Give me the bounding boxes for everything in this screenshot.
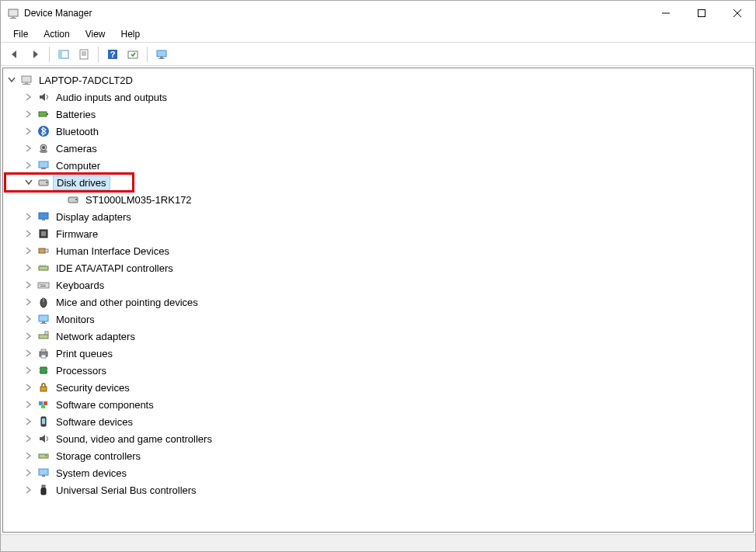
svg-rect-34 xyxy=(39,213,48,219)
tree-root-node[interactable]: LAPTOP-7ADCLT2D xyxy=(3,71,753,89)
tree-item-usb[interactable]: Universal Serial Bus controllers xyxy=(3,481,753,498)
svg-rect-21 xyxy=(23,84,30,85)
tree-item-disk-child[interactable]: ST1000LM035-1RK172 xyxy=(3,191,753,208)
svg-rect-68 xyxy=(41,404,45,408)
network-icon xyxy=(37,329,51,343)
chevron-right-icon[interactable] xyxy=(23,399,34,410)
chevron-right-icon[interactable] xyxy=(23,245,34,256)
tree-item-keyboards[interactable]: Keyboards xyxy=(3,276,753,293)
chevron-right-icon[interactable] xyxy=(23,143,34,154)
help-button[interactable]: ? xyxy=(103,45,122,64)
processor-icon xyxy=(37,363,51,377)
chevron-right-icon[interactable] xyxy=(23,314,34,325)
chevron-down-icon[interactable] xyxy=(23,177,34,188)
tree-item-sound[interactable]: Sound, video and game controllers xyxy=(3,430,753,447)
tree-item-label: Software devices xyxy=(53,415,136,429)
menu-view[interactable]: View xyxy=(78,27,113,41)
svg-rect-73 xyxy=(39,469,48,475)
forward-button[interactable] xyxy=(26,45,44,64)
title-bar: Device Manager xyxy=(1,1,755,26)
show-hide-tree-button[interactable] xyxy=(54,45,73,64)
tree-item-system[interactable]: System devices xyxy=(3,464,753,481)
tree-item-mice[interactable]: Mice and other pointing devices xyxy=(3,293,753,311)
tree-root-label: LAPTOP-7ADCLT2D xyxy=(36,74,136,87)
tree-item-label: ST1000LM035-1RK172 xyxy=(82,193,195,207)
chevron-down-icon[interactable] xyxy=(6,75,17,85)
chevron-right-icon[interactable] xyxy=(23,348,34,359)
tree-item-monitors[interactable]: Monitors xyxy=(3,311,753,328)
device-tree[interactable]: LAPTOP-7ADCLT2D Audio inputs and outputs… xyxy=(2,68,754,533)
svg-rect-44 xyxy=(38,283,49,288)
svg-rect-54 xyxy=(40,323,47,324)
chevron-right-icon[interactable] xyxy=(23,92,34,102)
tree-item-cameras[interactable]: Cameras xyxy=(3,140,753,157)
chevron-right-icon[interactable] xyxy=(23,416,34,427)
tree-item-ide[interactable]: IDE ATA/ATAPI controllers xyxy=(3,259,753,276)
svg-rect-47 xyxy=(43,284,44,285)
svg-rect-39 xyxy=(45,249,48,252)
svg-rect-29 xyxy=(41,168,46,169)
chevron-right-icon[interactable] xyxy=(23,279,34,290)
back-button[interactable] xyxy=(5,45,24,64)
svg-rect-8 xyxy=(59,50,62,58)
chevron-right-icon[interactable] xyxy=(23,331,34,342)
chevron-right-icon[interactable] xyxy=(23,211,34,222)
svg-rect-76 xyxy=(41,488,46,495)
tree-item-label: Cameras xyxy=(53,142,100,155)
svg-rect-23 xyxy=(47,113,48,115)
chevron-right-icon[interactable] xyxy=(23,160,34,171)
disk-icon xyxy=(66,193,80,207)
chevron-right-icon[interactable] xyxy=(23,433,34,444)
svg-rect-15 xyxy=(128,51,138,58)
tree-item-bluetooth[interactable]: Bluetooth xyxy=(3,123,753,140)
tree-item-print[interactable]: Print queues xyxy=(3,345,753,362)
tree-item-network[interactable]: Network adapters xyxy=(3,328,753,345)
tree-item-audio[interactable]: Audio inputs and outputs xyxy=(3,89,753,106)
chevron-right-icon[interactable] xyxy=(23,109,34,120)
svg-rect-18 xyxy=(159,58,165,59)
menu-file[interactable]: File xyxy=(5,27,36,41)
tree-item-display-adapters[interactable]: Display adapters xyxy=(3,208,753,225)
toolbar-separator xyxy=(98,47,99,62)
tree-item-processors[interactable]: Processors xyxy=(3,362,753,379)
minimize-button[interactable] xyxy=(648,1,684,26)
chevron-right-icon[interactable] xyxy=(23,262,34,273)
software-icon xyxy=(37,398,51,411)
menu-help[interactable]: Help xyxy=(113,27,148,41)
monitor-button[interactable] xyxy=(152,45,171,64)
chevron-right-icon[interactable] xyxy=(23,365,34,376)
close-button[interactable] xyxy=(719,1,755,26)
chevron-right-icon[interactable] xyxy=(23,126,34,137)
maximize-button[interactable] xyxy=(684,1,719,26)
tree-item-software-components[interactable]: Software components xyxy=(3,396,753,413)
display-icon xyxy=(37,210,51,224)
tree-item-security[interactable]: Security devices xyxy=(3,379,753,396)
chevron-right-icon[interactable] xyxy=(23,382,34,393)
chevron-right-icon[interactable] xyxy=(23,297,34,307)
scan-button[interactable] xyxy=(124,45,142,64)
tree-item-storage[interactable]: Storage controllers xyxy=(3,447,753,464)
monitor-icon xyxy=(37,312,51,326)
keyboard-icon xyxy=(37,278,51,292)
tree-item-firmware[interactable]: Firmware xyxy=(3,225,753,242)
tree-item-label: System devices xyxy=(53,467,130,480)
tree-item-label: Sound, video and game controllers xyxy=(53,432,215,446)
chevron-right-icon[interactable] xyxy=(23,467,34,478)
tree-item-label: Software components xyxy=(53,398,157,411)
tree-item-computer[interactable]: Computer xyxy=(3,157,753,174)
menu-action[interactable]: Action xyxy=(36,27,77,41)
tree-item-label: Storage controllers xyxy=(53,450,144,463)
chevron-right-icon[interactable] xyxy=(23,484,34,495)
tree-item-software-devices[interactable]: Software devices xyxy=(3,413,753,430)
tree-item-hid[interactable]: Human Interface Devices xyxy=(3,242,753,259)
disk-icon xyxy=(37,175,51,189)
menu-bar: File Action View Help xyxy=(1,26,755,43)
properties-button[interactable] xyxy=(75,45,93,64)
svg-rect-60 xyxy=(40,367,47,373)
tree-item-label: Monitors xyxy=(53,313,98,326)
tree-item-disk-drives[interactable]: Disk drives xyxy=(3,174,753,191)
firmware-icon xyxy=(37,227,51,241)
chevron-right-icon[interactable] xyxy=(23,450,34,461)
tree-item-batteries[interactable]: Batteries xyxy=(3,106,753,123)
chevron-right-icon[interactable] xyxy=(23,228,34,239)
